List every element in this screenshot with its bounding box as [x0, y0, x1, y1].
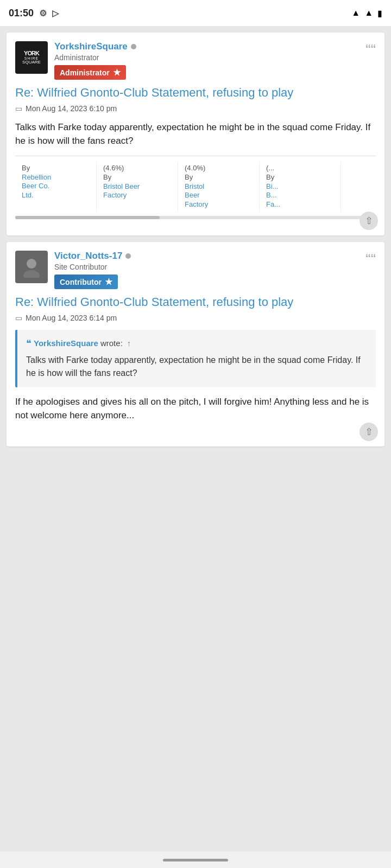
post-2-header: Victor_Notts-17 Site Contributor Contrib…: [15, 251, 376, 289]
post-2-user-info: Victor_Notts-17 Site Contributor Contrib…: [54, 251, 131, 289]
online-status-dot: [131, 44, 136, 49]
username-text: Victor_Notts-17: [54, 251, 122, 261]
post-1-body: Talks with Farke today apparently, expec…: [15, 120, 376, 148]
post-2: Victor_Notts-17 Site Contributor Contrib…: [7, 242, 384, 446]
post-1: YORK SHIRE SQUARE YorkshireSquare Admini…: [7, 33, 384, 235]
svg-point-0: [27, 259, 36, 269]
wifi-icon: ▲: [351, 8, 360, 18]
beer-2-brewery-link[interactable]: Bristol BeerFactory: [103, 182, 171, 201]
badge-star-icon: ★: [105, 277, 112, 287]
quote-body: Talks with Farke today apparently, expec…: [26, 354, 367, 380]
avatar-text-1: YORK: [24, 50, 39, 56]
beer-2-pct: (4.6%): [103, 164, 171, 172]
wrote-label: wrote:: [100, 339, 123, 348]
post-1-role: Administrator: [54, 53, 136, 62]
username-text: YorkshireSquare: [54, 41, 128, 52]
battery-icon: ▮: [377, 8, 382, 18]
beer-item-3: (4.0%) By BristolBeerFactory: [178, 162, 260, 212]
beer-3-pct: (4.0%): [185, 164, 253, 172]
beer-4-pct: (...: [266, 164, 334, 172]
avatar-text-3: SQUARE: [22, 60, 41, 65]
post-1-header-left: YORK SHIRE SQUARE YorkshireSquare Admini…: [15, 41, 136, 80]
post-1-username[interactable]: YorkshireSquare: [54, 41, 136, 52]
avatar: [15, 251, 48, 283]
post-2-quote-block: ❝ YorkshireSquare wrote: ↑ Talks with Fa…: [15, 330, 376, 387]
badge-label: Administrator: [60, 68, 110, 77]
post-2-date: Mon Aug 14, 2023 6:14 pm: [26, 314, 117, 322]
beer-1-label: By: [22, 164, 90, 172]
beer-3-brewery-link[interactable]: BristolBeerFactory: [185, 182, 253, 210]
post-1-date: Mon Aug 14, 2023 6:10 pm: [26, 104, 117, 113]
scroll-to-top-button[interactable]: ⇧: [360, 212, 378, 230]
post-1-header: YORK SHIRE SQUARE YorkshireSquare Admini…: [15, 41, 376, 80]
beer-item-2: (4.6%) By Bristol BeerFactory: [97, 162, 178, 212]
post-2-quote-button[interactable]: ““: [365, 251, 376, 268]
settings-icon: ⚙: [39, 8, 47, 18]
post-2-body: If he apologises and gives his all on th…: [15, 395, 376, 423]
badge-label: Contributor: [60, 278, 102, 286]
quote-header: ❝ YorkshireSquare wrote: ↑: [26, 337, 367, 349]
avatar: YORK SHIRE SQUARE: [15, 41, 48, 74]
status-right: ▲ ▲ ▮: [351, 8, 382, 18]
post-2-role: Site Contributor: [54, 263, 131, 271]
beer-items-list: By RebellionBeer Co.Ltd. (4.6%) By Brist…: [15, 162, 376, 212]
beer-3-label: By: [185, 173, 253, 181]
status-left: 01:50 ⚙ ▷: [9, 8, 59, 19]
post-2-username[interactable]: Victor_Notts-17: [54, 251, 131, 261]
quoted-username[interactable]: YorkshireSquare: [34, 339, 98, 348]
beer-widget[interactable]: By RebellionBeer Co.Ltd. (4.6%) By Brist…: [15, 156, 376, 220]
post-1-title[interactable]: Re: Wilfried Gnonto-Club Statement, refu…: [15, 85, 376, 101]
signal-icon: ▲: [364, 8, 373, 18]
post-1-quote-button[interactable]: ““: [365, 41, 376, 59]
svg-point-1: [23, 270, 40, 278]
beer-2-label: By: [103, 173, 171, 181]
scroll-bar[interactable]: [15, 216, 376, 219]
post-2-meta: ▭ Mon Aug 14, 2023 6:14 pm: [15, 314, 376, 322]
post-1-badge: Administrator ★: [54, 65, 126, 80]
post-1-meta: ▭ Mon Aug 14, 2023 6:10 pm: [15, 104, 376, 113]
beer-item-1: By RebellionBeer Co.Ltd.: [15, 162, 97, 212]
up-arrow-icon[interactable]: ↑: [127, 339, 131, 348]
quote-mark-icon: ❝: [26, 337, 31, 349]
page-content: YORK SHIRE SQUARE YorkshireSquare Admini…: [0, 26, 391, 453]
post-date-icon: ▭: [15, 314, 22, 322]
post-2-badge: Contributor ★: [54, 275, 118, 289]
bottom-handle: [163, 859, 228, 861]
scroll-bar-thumb: [15, 216, 160, 219]
beer-4-label: By: [266, 173, 334, 181]
scroll-to-top-button-2[interactable]: ⇧: [360, 423, 378, 441]
play-icon: ▷: [52, 8, 59, 18]
avatar-image: [21, 256, 42, 278]
status-bar: 01:50 ⚙ ▷ ▲ ▲ ▮: [0, 0, 391, 26]
bottom-navigation-bar: [0, 852, 391, 868]
beer-4-brewery-link[interactable]: Bi...B...Fa...: [266, 182, 334, 210]
post-2-header-left: Victor_Notts-17 Site Contributor Contrib…: [15, 251, 131, 289]
beer-1-brewery-link[interactable]: RebellionBeer Co.Ltd.: [22, 173, 90, 201]
post-2-title[interactable]: Re: Wilfried Gnonto-Club Statement, refu…: [15, 295, 376, 310]
online-status-dot: [125, 253, 131, 259]
post-1-user-info: YorkshireSquare Administrator Administra…: [54, 41, 136, 80]
post-date-icon: ▭: [15, 104, 22, 113]
status-time: 01:50: [9, 8, 34, 19]
badge-star-icon: ★: [113, 67, 121, 78]
beer-item-4: (... By Bi...B...Fa...: [260, 162, 341, 212]
